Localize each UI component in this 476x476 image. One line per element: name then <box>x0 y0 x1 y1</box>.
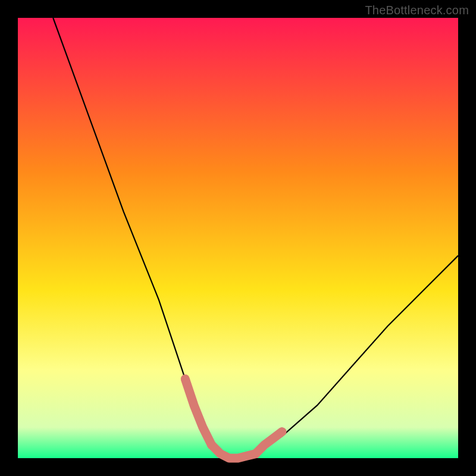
watermark-text: TheBottleneck.com <box>365 4 469 17</box>
chart-svg <box>0 0 476 476</box>
plot-background <box>18 18 458 458</box>
chart-frame: TheBottleneck.com <box>0 0 476 476</box>
